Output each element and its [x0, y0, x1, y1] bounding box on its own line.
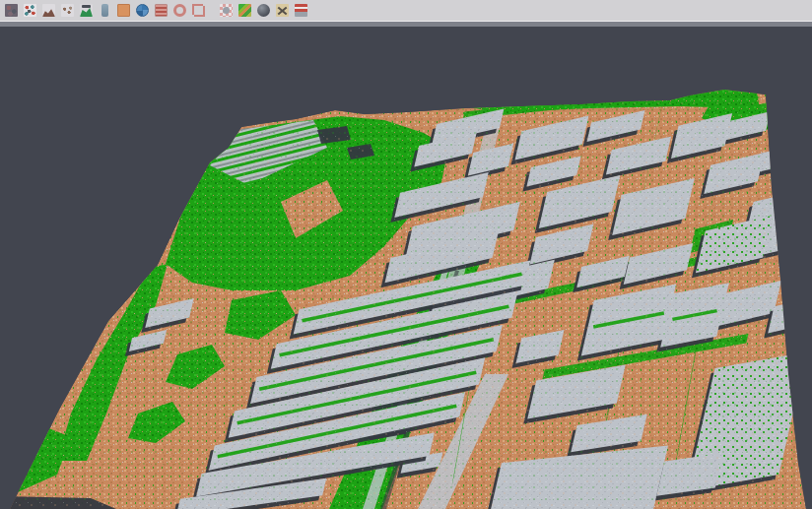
- toolbar-group: [217, 1, 310, 20]
- toolbar-separator: [208, 3, 217, 19]
- layers-red-icon: [155, 4, 168, 17]
- sphere-dark-button[interactable]: [255, 2, 272, 19]
- sphere-dark-icon: [257, 4, 270, 17]
- sparse-points-button[interactable]: [59, 2, 76, 19]
- flag-striped-icon: [295, 4, 307, 17]
- sparse-points-icon: [61, 4, 74, 17]
- checker-pink-icon: [220, 4, 233, 17]
- cross-tan-icon: [276, 4, 289, 17]
- cloud-points-dark-button[interactable]: [3, 2, 20, 19]
- layers-red-button[interactable]: [153, 2, 169, 19]
- colored-points-button[interactable]: [22, 2, 38, 19]
- toolbar: [0, 0, 812, 21]
- cloud-points-dark-icon: [5, 4, 18, 17]
- terrain-brown-button[interactable]: [40, 2, 57, 19]
- ortho-orange-button[interactable]: [115, 2, 132, 19]
- globe-blue-button[interactable]: [134, 2, 151, 19]
- clip-brackets-button[interactable]: [190, 2, 207, 19]
- viewport-3d[interactable]: [0, 0, 812, 509]
- globe-blue-icon: [136, 4, 149, 17]
- terrain-green-button[interactable]: [78, 2, 95, 19]
- profile-bar-button[interactable]: [97, 2, 113, 19]
- application-window: [0, 0, 812, 509]
- classification-colors-button[interactable]: [237, 2, 253, 19]
- ring-red-icon: [173, 4, 186, 17]
- toolbar-lower-band: [0, 22, 812, 27]
- classification-colors-icon: [238, 4, 251, 17]
- cross-tan-button[interactable]: [274, 2, 291, 19]
- point-cloud-scene: [0, 0, 812, 509]
- colored-points-icon: [24, 4, 36, 17]
- ring-red-button[interactable]: [171, 2, 188, 19]
- checker-pink-button[interactable]: [218, 2, 235, 19]
- ortho-orange-icon: [117, 4, 130, 17]
- toolbar-group: [2, 1, 208, 20]
- flag-striped-button[interactable]: [293, 2, 309, 19]
- profile-bar-icon: [99, 4, 111, 17]
- terrain-green-icon: [80, 4, 93, 17]
- clip-brackets-icon: [192, 4, 205, 17]
- terrain-brown-icon: [42, 4, 55, 17]
